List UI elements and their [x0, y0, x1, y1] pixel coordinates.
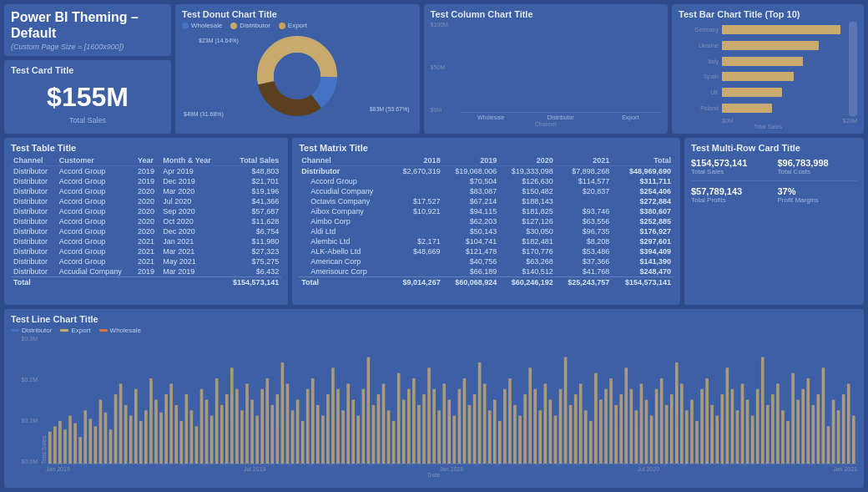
legend-distributor: Distributor	[230, 22, 270, 29]
multirow-panel: Test Multi-Row Card Title $154,573,141 T…	[684, 138, 864, 305]
line-legend-export: Export	[60, 327, 90, 334]
column-panel: Test Column Chart Title $100M $50M $0M	[424, 4, 669, 134]
svg-rect-136	[700, 389, 704, 464]
svg-rect-133	[685, 410, 689, 464]
bar-panel: Test Bar Chart Title (Top 10) Germany Uk…	[672, 4, 864, 134]
svg-rect-147	[756, 389, 760, 464]
svg-rect-9	[58, 421, 62, 464]
svg-rect-17	[99, 400, 103, 464]
svg-rect-109	[564, 358, 568, 464]
svg-rect-18	[104, 413, 108, 464]
svg-rect-19	[109, 429, 113, 464]
svg-rect-79	[412, 378, 416, 464]
svg-rect-43	[230, 368, 234, 464]
matrix-row: Aldi Ltd$50,143$30,050$96,735$176,927	[299, 226, 674, 236]
svg-rect-50	[265, 378, 269, 464]
svg-rect-138	[710, 405, 714, 464]
svg-rect-25	[139, 421, 143, 464]
kpi-panel: Test Card Title $155M Total Sales	[4, 60, 171, 134]
svg-rect-76	[397, 373, 401, 464]
svg-rect-139	[715, 416, 719, 464]
svg-rect-15	[88, 418, 92, 464]
svg-rect-150	[771, 394, 775, 464]
table-title: Test Table Title	[11, 143, 281, 153]
table-row: DistributorAccudial Company2019Mar 2019$…	[11, 266, 281, 277]
svg-rect-61	[321, 416, 325, 464]
donut-label-2: $49M (31.68%)	[184, 111, 224, 117]
table-row: DistributorAccord Group2021Jan 2021$11,9…	[11, 236, 281, 246]
donut-svg	[243, 33, 351, 120]
svg-rect-11	[68, 416, 72, 464]
donut-label-3: $83M (53.67%)	[370, 106, 410, 112]
svg-rect-94	[488, 410, 492, 464]
svg-rect-35	[190, 410, 194, 464]
legend-wholesale: Wholesale	[182, 22, 222, 29]
legend-export: Export	[279, 22, 307, 29]
svg-rect-149	[766, 405, 770, 464]
svg-rect-59	[311, 378, 315, 464]
svg-rect-93	[483, 383, 487, 464]
multirow-grid: $154,573,141 Total Sales $96,783,998 Tot…	[691, 158, 857, 204]
svg-rect-42	[225, 394, 229, 464]
svg-rect-38	[205, 400, 209, 464]
svg-rect-111	[574, 394, 578, 464]
svg-rect-62	[326, 394, 330, 464]
matrix-table: Channel 2018 2019 2020 2021 Total Distri…	[299, 155, 674, 287]
table-row: DistributorAccord Group2020Oct 2020$11,6…	[11, 216, 281, 226]
dashboard: Power BI Theming – Default (Custom Page …	[0, 0, 868, 492]
svg-rect-56	[296, 400, 300, 464]
svg-rect-20	[114, 394, 118, 464]
svg-rect-39	[210, 416, 214, 464]
line-panel: Test Line Chart Title Distributor Export…	[4, 309, 864, 488]
svg-rect-54	[286, 383, 290, 464]
row-1: Power BI Theming – Default (Custom Page …	[4, 4, 864, 134]
svg-rect-16	[94, 426, 98, 464]
svg-rect-36	[195, 426, 199, 464]
svg-rect-77	[402, 400, 406, 464]
svg-rect-162	[832, 400, 835, 464]
table-row: DistributorAccord Group2020Sep 2020$57,6…	[11, 206, 281, 216]
svg-rect-96	[498, 421, 502, 464]
mr-total-profits-value: $57,789,143 Total Profits	[691, 186, 771, 204]
table-row: DistributorAccord Group2021Mar 2021$27,3…	[11, 246, 281, 256]
svg-point-3	[274, 53, 320, 99]
kpi-title: Test Card Title	[11, 65, 164, 75]
svg-rect-82	[427, 368, 431, 464]
svg-rect-165	[847, 383, 850, 464]
svg-rect-123	[635, 410, 638, 464]
line-chart-svg	[48, 336, 857, 464]
svg-rect-148	[761, 358, 765, 464]
svg-rect-131	[675, 363, 679, 464]
kpi-value: $155M	[11, 82, 164, 113]
svg-rect-49	[260, 389, 264, 464]
svg-rect-10	[63, 429, 67, 464]
line-title: Test Line Chart Title	[11, 314, 857, 324]
svg-rect-22	[124, 405, 128, 464]
svg-rect-23	[129, 416, 133, 464]
matrix-title: Test Matrix Title	[299, 143, 674, 153]
svg-rect-155	[796, 400, 800, 464]
svg-rect-142	[731, 389, 734, 464]
svg-rect-120	[619, 394, 623, 464]
line-legend-distributor: Distributor	[11, 327, 52, 334]
svg-rect-91	[473, 394, 477, 464]
svg-rect-143	[736, 410, 739, 464]
svg-rect-141	[726, 368, 729, 464]
svg-rect-85	[442, 383, 446, 464]
svg-rect-126	[650, 416, 654, 464]
svg-rect-37	[200, 389, 204, 464]
svg-rect-52	[276, 394, 280, 464]
svg-rect-87	[453, 416, 457, 464]
svg-rect-103	[533, 389, 537, 464]
line-x-label: Date	[11, 472, 857, 478]
svg-rect-134	[690, 400, 694, 464]
svg-rect-122	[629, 389, 633, 464]
line-y-label: Total Sales	[41, 336, 47, 464]
header-panel: Power BI Theming – Default (Custom Page …	[4, 4, 171, 56]
svg-rect-110	[569, 405, 573, 464]
svg-rect-57	[301, 421, 305, 464]
svg-rect-114	[589, 421, 593, 464]
svg-rect-84	[437, 410, 441, 464]
line-legend-wholesale: Wholesale	[99, 327, 141, 334]
donut-panel: Test Donut Chart Title Wholesale Distrib…	[175, 4, 420, 134]
